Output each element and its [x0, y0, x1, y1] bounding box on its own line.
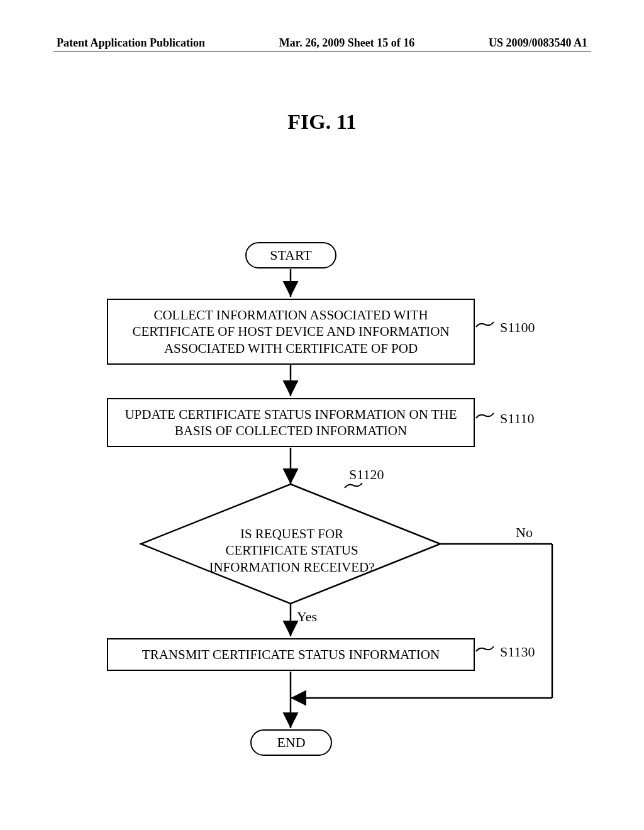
step-label-s1100: S1100 — [500, 319, 535, 336]
process-s1100-text: COLLECT INFORMATION ASSOCIATED WITH CERT… — [114, 307, 467, 357]
process-s1130: TRANSMIT CERTIFICATE STATUS INFORMATION — [107, 638, 475, 671]
process-s1110: UPDATE CERTIFICATE STATUS INFORMATION ON… — [107, 398, 475, 447]
branch-no-label: No — [516, 524, 533, 541]
step-label-s1120: S1120 — [349, 467, 384, 483]
process-s1130-text: TRANSMIT CERTIFICATE STATUS INFORMATION — [142, 646, 440, 663]
process-s1110-text: UPDATE CERTIFICATE STATUS INFORMATION ON… — [114, 406, 467, 440]
start-terminal: START — [245, 242, 336, 268]
branch-yes-label: Yes — [297, 609, 317, 625]
step-label-s1130: S1130 — [500, 644, 535, 660]
decision-s1120: IS REQUEST FOR CERTIFICATE STATUS INFORM… — [141, 484, 440, 604]
step-label-s1110: S1110 — [500, 411, 535, 427]
end-terminal: END — [250, 729, 332, 756]
start-label: START — [270, 247, 312, 263]
process-s1100: COLLECT INFORMATION ASSOCIATED WITH CERT… — [107, 299, 475, 365]
end-label: END — [277, 734, 305, 751]
decision-s1120-text: IS REQUEST FOR CERTIFICATE STATUS INFORM… — [201, 526, 383, 575]
flowchart: START COLLECT INFORMATION ASSOCIATED WIT… — [0, 0, 644, 830]
